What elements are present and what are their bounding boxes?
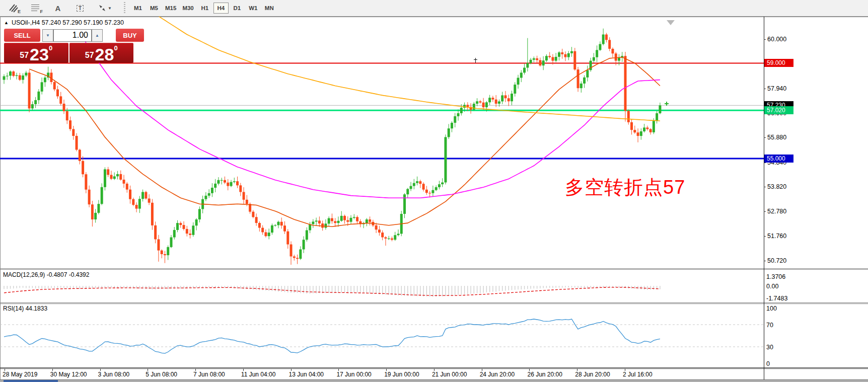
candle-body <box>280 222 283 225</box>
candle-body <box>252 212 254 217</box>
text-box-icon: T <box>77 5 84 12</box>
time-axis-label: 28 Jun 20:00 <box>575 371 610 378</box>
pane-separator[interactable] <box>0 269 868 270</box>
fibonacci-tool-button[interactable]: F <box>28 2 43 14</box>
candle-body <box>555 57 557 61</box>
buy-price-display[interactable]: 57 28 0 <box>69 43 134 63</box>
timeframe-h4[interactable]: H4 <box>213 3 229 14</box>
candle-body <box>66 111 68 120</box>
candle-body <box>485 102 488 107</box>
toolbar-draw-tools: E F A T ▼ <box>0 2 115 14</box>
candle-body <box>366 219 368 223</box>
candle-body <box>230 182 233 186</box>
timeframe-h1[interactable]: H1 <box>197 3 212 14</box>
pane-separator[interactable] <box>0 302 868 303</box>
candle-body <box>444 137 447 182</box>
text-label-tool-button[interactable]: A <box>50 2 65 14</box>
timeframe-m5[interactable]: M5 <box>147 3 162 14</box>
candle-body <box>573 51 576 69</box>
candle-body <box>186 229 188 234</box>
candle-body <box>438 184 441 187</box>
timeframe-mn[interactable]: MN <box>262 3 277 14</box>
time-axis-label: 2 Jul 16:00 <box>623 371 653 378</box>
price-badge-57.020: 57.020 <box>764 106 793 114</box>
rsi-pane[interactable] <box>0 304 764 367</box>
timeframe-m15[interactable]: M15 <box>163 3 179 14</box>
ma-fast-red[interactable] <box>29 57 660 227</box>
candle-body <box>514 85 516 94</box>
time-axis-label: 26 Jun 20:00 <box>527 371 562 378</box>
pane-separator[interactable] <box>0 268 868 269</box>
timeframe-m1[interactable]: M1 <box>130 3 146 14</box>
rsi-axis-label: 30 <box>766 344 773 351</box>
candle-body <box>637 132 639 136</box>
candle-body <box>6 75 9 76</box>
timeframe-m30[interactable]: M30 <box>180 3 196 14</box>
macd-pane[interactable] <box>0 270 764 302</box>
candle-body <box>116 174 119 176</box>
time-axis-label: 30 May 12:00 <box>50 371 87 378</box>
candle-body <box>261 228 264 233</box>
sell-button[interactable]: SELL <box>4 29 40 42</box>
sell-price-display[interactable]: 57 23 0 <box>4 43 68 63</box>
macd-label: MACD(12,26,9) -0.4807 -0.4392 <box>3 271 89 278</box>
candle-body <box>283 225 286 232</box>
text-box-tool-button[interactable]: T <box>73 2 88 14</box>
candle-body <box>633 130 636 132</box>
candle-body <box>558 52 560 57</box>
candle-body <box>208 193 210 196</box>
chevron-down-icon: ▼ <box>108 6 112 11</box>
candle-body <box>192 225 194 235</box>
timeframe-bar: M1M5M15M30H1H4D1W1MN <box>130 3 277 14</box>
candle-body <box>627 111 630 122</box>
candle-body <box>132 199 134 205</box>
price-tick-label: 57.940 <box>767 85 786 92</box>
price-tick-label: 50.720 <box>767 257 786 264</box>
candle-body <box>526 63 529 67</box>
candle-body <box>599 44 601 50</box>
candle-body <box>264 232 267 236</box>
annotation-text[interactable]: 多空转折点57 <box>565 175 685 200</box>
timeframe-d1[interactable]: D1 <box>230 3 245 14</box>
volume-decrease-button[interactable]: ▼ <box>42 29 53 42</box>
buy-button[interactable]: BUY <box>116 29 144 42</box>
candle-body <box>615 53 617 60</box>
candle-body <box>59 96 62 104</box>
candle-body <box>353 217 355 218</box>
candle-body <box>530 60 532 63</box>
time-axis-label: 5 Jun 08:00 <box>146 371 177 378</box>
time-axis-label: 17 Jun 00:00 <box>336 371 371 378</box>
candle-body <box>331 218 333 221</box>
candle-body <box>391 239 393 240</box>
price-tick-label: 51.760 <box>767 233 786 240</box>
toolbar-separator-handle[interactable] <box>123 2 126 14</box>
arrow-objects-tool-button[interactable]: ▼ <box>95 2 115 14</box>
candle-body <box>72 129 75 136</box>
candle-body <box>271 225 273 233</box>
volume-input[interactable] <box>53 29 92 42</box>
window-bottom-strip <box>0 380 868 382</box>
expand-triangle-icon[interactable]: ▲ <box>4 20 9 25</box>
timeframe-w1[interactable]: W1 <box>246 3 261 14</box>
candle-body <box>495 100 497 104</box>
candle-body <box>151 203 154 225</box>
candle-body <box>164 254 166 255</box>
candle-body <box>217 180 220 184</box>
candle-body <box>425 190 428 193</box>
crayon-draw-tool-button[interactable]: E <box>6 2 21 14</box>
candle-body <box>88 190 91 204</box>
candle-body <box>293 256 296 258</box>
candle-body <box>141 192 144 199</box>
candle-body <box>482 103 485 107</box>
candle-body <box>375 225 378 230</box>
time-axis-label: 7 Jun 08:00 <box>193 371 225 378</box>
candle-body <box>350 218 352 222</box>
candle-body <box>504 95 507 98</box>
candle-body <box>161 251 163 254</box>
candle-body <box>618 58 620 61</box>
candle-body <box>403 194 406 214</box>
candle-body <box>239 185 242 192</box>
candle-body <box>233 181 236 182</box>
volume-increase-button[interactable]: ▲ <box>92 29 103 42</box>
candle-body <box>649 129 652 132</box>
